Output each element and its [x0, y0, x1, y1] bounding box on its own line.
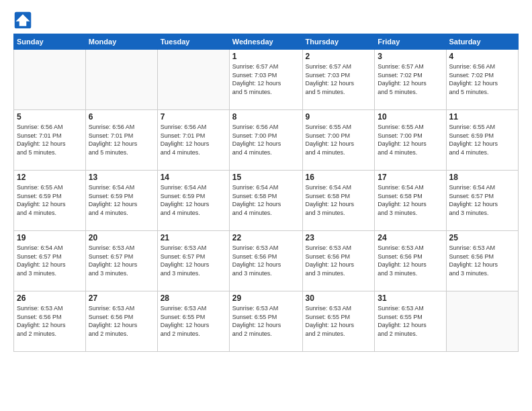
calendar-cell: 7Sunrise: 6:56 AM Sunset: 7:01 PM Daylig… — [157, 110, 229, 171]
day-info: Sunrise: 6:53 AM Sunset: 6:56 PM Dayligh… — [17, 304, 83, 338]
day-info: Sunrise: 6:54 AM Sunset: 6:57 PM Dayligh… — [17, 244, 83, 277]
logo — [13, 11, 35, 30]
day-info: Sunrise: 6:53 AM Sunset: 6:55 PM Dayligh… — [232, 304, 300, 338]
calendar-cell: 18Sunrise: 6:54 AM Sunset: 6:57 PM Dayli… — [446, 171, 518, 231]
day-number: 12 — [17, 173, 83, 182]
day-number: 7 — [161, 112, 226, 122]
col-header-saturday: Saturday — [446, 34, 518, 50]
calendar-cell: 19Sunrise: 6:54 AM Sunset: 6:57 PM Dayli… — [14, 231, 86, 291]
day-number: 9 — [306, 112, 372, 122]
calendar-cell: 27Sunrise: 6:53 AM Sunset: 6:56 PM Dayli… — [85, 291, 157, 352]
day-number: 8 — [232, 112, 300, 122]
calendar-cell: 1Sunrise: 6:57 AM Sunset: 7:03 PM Daylig… — [229, 50, 302, 110]
day-info: Sunrise: 6:55 AM Sunset: 6:59 PM Dayligh… — [17, 183, 83, 217]
calendar-table: SundayMondayTuesdayWednesdayThursdayFrid… — [13, 34, 519, 352]
day-info: Sunrise: 6:55 AM Sunset: 6:59 PM Dayligh… — [449, 123, 515, 156]
calendar-cell: 15Sunrise: 6:54 AM Sunset: 6:58 PM Dayli… — [229, 171, 302, 231]
day-number: 25 — [449, 233, 515, 242]
calendar-cell: 29Sunrise: 6:53 AM Sunset: 6:55 PM Dayli… — [229, 291, 302, 352]
day-info: Sunrise: 6:53 AM Sunset: 6:57 PM Dayligh… — [161, 244, 226, 277]
day-info: Sunrise: 6:53 AM Sunset: 6:55 PM Dayligh… — [378, 304, 443, 338]
calendar-week-row: 12Sunrise: 6:55 AM Sunset: 6:59 PM Dayli… — [14, 171, 519, 231]
col-header-tuesday: Tuesday — [157, 34, 229, 50]
calendar-cell: 20Sunrise: 6:53 AM Sunset: 6:57 PM Dayli… — [85, 231, 157, 291]
col-header-wednesday: Wednesday — [229, 34, 302, 50]
day-info: Sunrise: 6:53 AM Sunset: 6:56 PM Dayligh… — [232, 244, 300, 277]
day-info: Sunrise: 6:57 AM Sunset: 7:02 PM Dayligh… — [378, 62, 443, 96]
calendar-cell: 4Sunrise: 6:56 AM Sunset: 7:02 PM Daylig… — [446, 50, 518, 110]
calendar-cell: 25Sunrise: 6:53 AM Sunset: 6:56 PM Dayli… — [446, 231, 518, 291]
day-number: 10 — [378, 112, 443, 122]
day-number: 13 — [89, 173, 154, 182]
day-number: 21 — [161, 233, 226, 242]
calendar-cell: 6Sunrise: 6:56 AM Sunset: 7:01 PM Daylig… — [85, 110, 157, 171]
day-number: 1 — [232, 52, 300, 61]
day-info: Sunrise: 6:56 AM Sunset: 7:02 PM Dayligh… — [449, 62, 515, 96]
day-info: Sunrise: 6:56 AM Sunset: 7:00 PM Dayligh… — [232, 123, 300, 156]
col-header-sunday: Sunday — [14, 34, 86, 50]
day-number: 23 — [306, 233, 372, 242]
day-info: Sunrise: 6:53 AM Sunset: 6:55 PM Dayligh… — [161, 304, 226, 338]
calendar-cell: 21Sunrise: 6:53 AM Sunset: 6:57 PM Dayli… — [157, 231, 229, 291]
day-info: Sunrise: 6:54 AM Sunset: 6:59 PM Dayligh… — [89, 183, 154, 217]
col-header-thursday: Thursday — [302, 34, 375, 50]
day-info: Sunrise: 6:53 AM Sunset: 6:55 PM Dayligh… — [306, 304, 372, 338]
calendar-cell: 10Sunrise: 6:55 AM Sunset: 7:00 PM Dayli… — [375, 110, 446, 171]
day-number: 22 — [232, 233, 300, 242]
day-info: Sunrise: 6:55 AM Sunset: 7:00 PM Dayligh… — [378, 123, 443, 156]
day-number: 2 — [306, 52, 372, 61]
day-info: Sunrise: 6:53 AM Sunset: 6:56 PM Dayligh… — [89, 304, 154, 338]
day-info: Sunrise: 6:53 AM Sunset: 6:56 PM Dayligh… — [378, 244, 443, 277]
calendar-header-row: SundayMondayTuesdayWednesdayThursdayFrid… — [14, 34, 519, 50]
calendar-cell: 17Sunrise: 6:54 AM Sunset: 6:58 PM Dayli… — [375, 171, 446, 231]
calendar-cell: 24Sunrise: 6:53 AM Sunset: 6:56 PM Dayli… — [375, 231, 446, 291]
day-number: 26 — [17, 293, 83, 303]
day-info: Sunrise: 6:57 AM Sunset: 7:03 PM Dayligh… — [306, 62, 372, 96]
day-number: 27 — [89, 293, 154, 303]
calendar-cell: 31Sunrise: 6:53 AM Sunset: 6:55 PM Dayli… — [375, 291, 446, 352]
calendar-week-row: 5Sunrise: 6:56 AM Sunset: 7:01 PM Daylig… — [14, 110, 519, 171]
calendar-cell — [446, 291, 518, 352]
day-info: Sunrise: 6:54 AM Sunset: 6:58 PM Dayligh… — [232, 183, 300, 217]
day-number: 3 — [378, 52, 443, 61]
day-number: 6 — [89, 112, 154, 122]
day-number: 14 — [161, 173, 226, 182]
logo-icon — [13, 11, 32, 30]
calendar-cell — [85, 50, 157, 110]
day-number: 31 — [378, 293, 443, 303]
day-info: Sunrise: 6:54 AM Sunset: 6:59 PM Dayligh… — [161, 183, 226, 217]
day-info: Sunrise: 6:56 AM Sunset: 7:01 PM Dayligh… — [161, 123, 226, 156]
calendar-cell: 14Sunrise: 6:54 AM Sunset: 6:59 PM Dayli… — [157, 171, 229, 231]
calendar-week-row: 19Sunrise: 6:54 AM Sunset: 6:57 PM Dayli… — [14, 231, 519, 291]
calendar-cell: 16Sunrise: 6:54 AM Sunset: 6:58 PM Dayli… — [302, 171, 375, 231]
day-number: 29 — [232, 293, 300, 303]
day-number: 4 — [449, 52, 515, 61]
calendar-cell: 9Sunrise: 6:55 AM Sunset: 7:00 PM Daylig… — [302, 110, 375, 171]
calendar-cell: 22Sunrise: 6:53 AM Sunset: 6:56 PM Dayli… — [229, 231, 302, 291]
calendar-cell: 28Sunrise: 6:53 AM Sunset: 6:55 PM Dayli… — [157, 291, 229, 352]
day-info: Sunrise: 6:54 AM Sunset: 6:57 PM Dayligh… — [449, 183, 515, 217]
day-number: 16 — [306, 173, 372, 182]
day-info: Sunrise: 6:57 AM Sunset: 7:03 PM Dayligh… — [232, 62, 300, 96]
calendar-cell: 30Sunrise: 6:53 AM Sunset: 6:55 PM Dayli… — [302, 291, 375, 352]
day-number: 20 — [89, 233, 154, 242]
day-number: 15 — [232, 173, 300, 182]
calendar-cell: 26Sunrise: 6:53 AM Sunset: 6:56 PM Dayli… — [14, 291, 86, 352]
calendar-cell: 12Sunrise: 6:55 AM Sunset: 6:59 PM Dayli… — [14, 171, 86, 231]
calendar-cell — [157, 50, 229, 110]
day-info: Sunrise: 6:53 AM Sunset: 6:56 PM Dayligh… — [449, 244, 515, 277]
day-info: Sunrise: 6:56 AM Sunset: 7:01 PM Dayligh… — [17, 123, 83, 156]
day-number: 18 — [449, 173, 515, 182]
calendar-cell: 13Sunrise: 6:54 AM Sunset: 6:59 PM Dayli… — [85, 171, 157, 231]
day-number: 5 — [17, 112, 83, 122]
calendar-cell: 11Sunrise: 6:55 AM Sunset: 6:59 PM Dayli… — [446, 110, 518, 171]
day-info: Sunrise: 6:55 AM Sunset: 7:00 PM Dayligh… — [306, 123, 372, 156]
calendar-cell: 8Sunrise: 6:56 AM Sunset: 7:00 PM Daylig… — [229, 110, 302, 171]
day-info: Sunrise: 6:56 AM Sunset: 7:01 PM Dayligh… — [89, 123, 154, 156]
day-info: Sunrise: 6:54 AM Sunset: 6:58 PM Dayligh… — [306, 183, 372, 217]
day-info: Sunrise: 6:53 AM Sunset: 6:56 PM Dayligh… — [306, 244, 372, 277]
calendar-cell: 2Sunrise: 6:57 AM Sunset: 7:03 PM Daylig… — [302, 50, 375, 110]
col-header-friday: Friday — [375, 34, 446, 50]
col-header-monday: Monday — [85, 34, 157, 50]
calendar-cell — [14, 50, 86, 110]
